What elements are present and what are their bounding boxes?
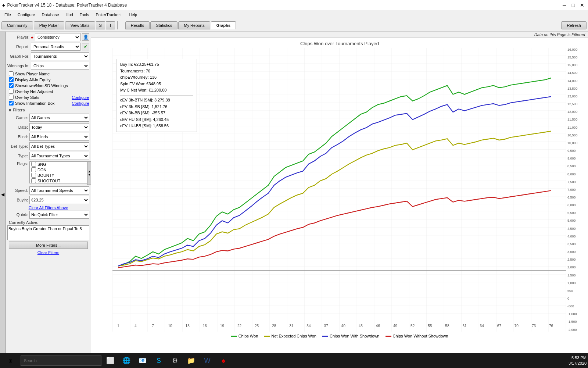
menu-hud[interactable]: Hud xyxy=(63,12,76,18)
quick-filter-select[interactable]: No Quick Filter xyxy=(29,211,89,219)
tab-s[interactable]: S xyxy=(96,21,105,29)
tooltip-box: Buy-In: €23.25+€1.75 Tournaments: 76 chi… xyxy=(116,59,197,132)
refresh-button[interactable]: Refresh xyxy=(561,21,587,29)
menu-help[interactable]: Help xyxy=(126,12,140,18)
blind-filter-select[interactable]: All Blinds xyxy=(29,133,89,141)
legend-net-expected-color xyxy=(264,336,270,337)
menu-tools[interactable]: Tools xyxy=(77,12,92,18)
taskbar-start-button[interactable]: ⊞ xyxy=(1,353,19,368)
menu-configure[interactable]: Configure xyxy=(15,12,38,18)
taskbar-folder-icon[interactable]: 📁 xyxy=(184,353,198,368)
configure-overlay-stats-link[interactable]: Configure xyxy=(72,95,89,100)
checkbox-overlay-stats: Overlay Stats Configure xyxy=(7,95,89,100)
taskbar-pokertracker-icon[interactable]: ♠ xyxy=(216,353,231,368)
active-filter-box: Buyins Buyin Greater Than or Equal To 5 xyxy=(7,225,89,240)
window-controls: ─ □ ✕ xyxy=(561,1,586,9)
flags-scrollbar[interactable]: ▲ ▼ xyxy=(87,161,91,185)
flag-shootout: SHOOTOUT xyxy=(31,178,89,183)
flag-don: DON xyxy=(31,167,89,172)
svg-text:25: 25 xyxy=(255,324,259,328)
taskbar-mail-icon[interactable]: 📧 xyxy=(135,353,150,368)
tooltip-line-4: Spin EV Won: €348.95 xyxy=(120,81,193,87)
player-icon: ♠ xyxy=(31,35,33,40)
tab-play-poker[interactable]: Play Poker xyxy=(34,21,64,29)
bet-type-filter-select[interactable]: All Bet Types xyxy=(29,142,89,150)
speed-filter-label: Speed: xyxy=(7,188,28,193)
chart-container: Chips Won over Tournaments Played Buy-In… xyxy=(91,38,588,357)
tab-my-reports[interactable]: My Reports xyxy=(178,21,210,29)
checkbox-show-info-box-input[interactable] xyxy=(9,101,14,106)
filters-bullet: ■ xyxy=(9,108,11,112)
checkbox-showdown-non-sd-label: Showdown/Non SD Winnings xyxy=(15,83,68,88)
player-add-button[interactable]: 👤 xyxy=(82,33,89,41)
content-area: Data on this Page is Filtered Chips Won … xyxy=(91,32,588,357)
svg-text:4: 4 xyxy=(135,324,137,328)
player-select[interactable]: Consistency xyxy=(35,33,80,41)
currently-active-label: Currently Active: xyxy=(7,220,89,225)
svg-text:67: 67 xyxy=(497,324,501,328)
speed-filter-row: Speed: All Tournament Speeds xyxy=(7,186,89,194)
minimize-button[interactable]: ─ xyxy=(561,1,568,9)
tab-community[interactable]: Community xyxy=(1,21,33,29)
tab-t[interactable]: T xyxy=(106,21,115,29)
clear-filters-link[interactable]: Clear Filters xyxy=(7,250,89,255)
buyin-filter-select[interactable]: €23.25 xyxy=(29,196,89,204)
checkbox-display-allin-equity-label: Display All-in Equity xyxy=(15,78,51,82)
legend-chips-showdown-color xyxy=(322,336,328,337)
taskbar-skype-icon[interactable]: S xyxy=(151,353,166,368)
clear-all-filters-link[interactable]: Clear All Filters Above xyxy=(7,206,89,210)
taskbar: ⊞ ⬜ 🌐 📧 S ⚙ 📁 W ♠ 5:53 PM 3/17/2020 xyxy=(0,353,588,368)
game-filter-select[interactable]: All Games xyxy=(29,114,89,122)
speed-filter-select[interactable]: All Tournament Speeds xyxy=(29,186,89,194)
checkbox-overlay-stats-input[interactable] xyxy=(9,95,14,100)
report-icon-button[interactable]: ✔ xyxy=(82,43,89,50)
graph-for-select[interactable]: Tournaments xyxy=(31,52,89,60)
taskbar-task-view-icon[interactable]: ⬜ xyxy=(103,353,118,368)
report-select[interactable]: Personal Results xyxy=(31,43,80,51)
close-button[interactable]: ✕ xyxy=(578,1,586,9)
svg-text:73: 73 xyxy=(532,324,536,328)
svg-text:49: 49 xyxy=(393,324,397,328)
svg-text:1: 1 xyxy=(117,324,119,328)
taskbar-settings-icon[interactable]: ⚙ xyxy=(168,353,182,368)
legend-net-expected-label: Net Expected Chips Won xyxy=(271,334,316,338)
tooltip-line-2: Tournaments: 76 xyxy=(120,68,193,75)
menu-database[interactable]: Database xyxy=(39,12,62,18)
type-filter-label: Type: xyxy=(7,154,28,158)
configure-info-box-link[interactable]: Configure xyxy=(72,101,89,106)
svg-text:61: 61 xyxy=(462,324,466,328)
menu-pokertracker-plus[interactable]: PokerTracker+ xyxy=(93,12,125,18)
taskbar-word-icon[interactable]: W xyxy=(200,353,215,368)
tooltip-line-10: cEV HU-BB [SM]: 1,658.56 xyxy=(120,123,193,129)
flags-container[interactable]: SNG DON BOUNTY SHOOTOUT xyxy=(29,161,89,183)
sidebar-collapse-button[interactable]: ◀ xyxy=(0,32,6,357)
svg-text:76: 76 xyxy=(549,324,553,328)
more-filters-button[interactable]: More Filters... xyxy=(9,242,88,249)
maximize-button[interactable]: □ xyxy=(570,1,577,9)
tab-graphs[interactable]: Graphs xyxy=(211,21,236,29)
quick-filter-row: Quick: No Quick Filter xyxy=(7,211,89,219)
menu-bar: File Configure Database Hud Tools PokerT… xyxy=(0,10,588,19)
tab-statistics[interactable]: Statistics xyxy=(150,21,178,29)
type-filter-select[interactable]: All Tournament Types xyxy=(29,152,89,160)
legend-chips-no-showdown-label: Chips Won Without Showdown xyxy=(393,334,448,338)
tab-view-stats[interactable]: View Stats xyxy=(65,21,95,29)
menu-file[interactable]: File xyxy=(1,12,14,18)
quick-filter-label: Quick: xyxy=(7,212,28,217)
tooltip-line-3: chipEV/tourney: 136 xyxy=(120,74,193,81)
taskbar-search-input[interactable] xyxy=(21,356,101,366)
legend-chips-no-showdown: Chips Won Without Showdown xyxy=(386,334,448,338)
chart-legend: Chips Won Net Expected Chips Won Chips W… xyxy=(94,332,585,340)
tab-results[interactable]: Results xyxy=(125,21,150,29)
svg-text:10: 10 xyxy=(168,324,172,328)
y-axis-right: 16,000 15,500 15,000 14,500 14,000 13,50… xyxy=(566,48,585,332)
flag-bounty: BOUNTY xyxy=(31,173,89,178)
checkbox-overlay-net-adjusted-input[interactable] xyxy=(9,89,14,94)
winnings-in-select[interactable]: Chips xyxy=(31,62,89,70)
taskbar-chrome-icon[interactable]: 🌐 xyxy=(119,353,134,368)
chart-body: Buy-In: €23.25+€1.75 Tournaments: 76 chi… xyxy=(94,48,585,332)
checkbox-display-allin-equity-input[interactable] xyxy=(9,77,14,82)
checkbox-showdown-non-sd-input[interactable] xyxy=(9,83,14,88)
date-filter-select[interactable]: Today xyxy=(29,123,89,131)
checkbox-show-player-name-input[interactable] xyxy=(9,71,14,76)
